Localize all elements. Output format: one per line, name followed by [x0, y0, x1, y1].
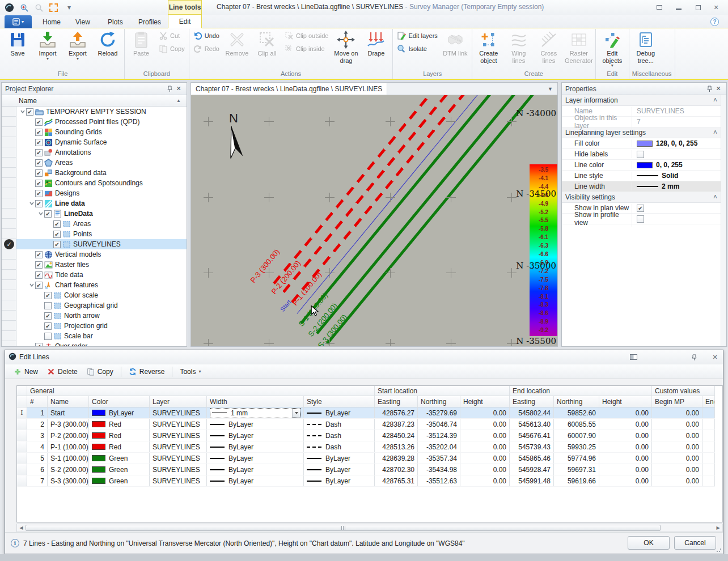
cell-color[interactable]: Red: [89, 419, 150, 430]
ribbon-button-save[interactable]: Save: [3, 29, 32, 67]
property-row-line-style[interactable]: Line styleSolid: [562, 171, 721, 181]
column-header-gutter[interactable]: [17, 396, 27, 407]
tree-item-dynamic-surface[interactable]: ✔Dynamic Surface: [16, 137, 187, 147]
tab-edit-active[interactable]: Edit: [168, 15, 202, 28]
checkbox[interactable]: ✔: [35, 190, 43, 197]
zoom-extents-icon[interactable]: [48, 2, 59, 12]
cell-value[interactable]: 0.00: [460, 407, 510, 418]
cell-value[interactable]: 0.00: [460, 419, 510, 430]
column-header-width[interactable]: Width: [207, 396, 304, 407]
ribbon-button-create-object[interactable]: Create object: [474, 29, 503, 67]
pin-icon[interactable]: [705, 85, 714, 93]
properties-section-lineplanning-layer-settings[interactable]: Lineplanning layer settings˄: [562, 128, 721, 138]
tree-item-background-data[interactable]: ✔Background data: [16, 168, 187, 178]
cell-value[interactable]: 0.00: [599, 441, 652, 452]
property-value[interactable]: ✔: [632, 205, 644, 212]
checkbox[interactable]: ✔: [53, 220, 61, 228]
help-icon[interactable]: ?: [710, 18, 719, 26]
cell-name[interactable]: P-2 (200.00): [48, 430, 89, 441]
tree-item-processed-point-files-qpd[interactable]: ✔Processed Point files (QPD): [16, 117, 187, 127]
checkbox[interactable]: ✔: [35, 261, 43, 269]
horizontal-scrollbar[interactable]: ◀ ▶: [16, 524, 723, 532]
cell-layer[interactable]: SURVEYLINES: [150, 464, 207, 475]
cell-layer[interactable]: SURVEYLINES: [150, 430, 207, 441]
ribbon-button-edit-objects[interactable]: Edit objects▾: [598, 29, 627, 69]
cancel-button[interactable]: Cancel: [674, 536, 716, 550]
column-header-style[interactable]: Style: [304, 396, 375, 407]
checkbox[interactable]: ✔: [35, 169, 43, 177]
cell-value[interactable]: -35124.39: [418, 430, 460, 441]
cell-style[interactable]: Dash: [304, 441, 375, 452]
ribbon-button-debug-tree[interactable]: Debug tree...: [631, 29, 661, 67]
checkbox[interactable]: ✔: [35, 159, 43, 167]
cell-value[interactable]: 0.00: [460, 441, 510, 452]
table-row[interactable]: 4P-1 (100.00)RedSURVEYLINESByLayerDash42…: [17, 441, 715, 453]
cell-value[interactable]: 0.00: [599, 475, 652, 486]
cell-value[interactable]: -35512.63: [418, 475, 460, 486]
table-row[interactable]: 7S-3 (300.00)GreenSURVEYLINESByLayerByLa…: [17, 475, 715, 487]
cell-value[interactable]: 428765.31: [375, 475, 418, 486]
cell-layer[interactable]: SURVEYLINES: [150, 419, 207, 430]
cell-style[interactable]: Dash: [304, 419, 375, 430]
close-icon[interactable]: ✕: [174, 85, 183, 93]
tree-item-north-arrow[interactable]: ✔North arrow: [16, 311, 187, 321]
tree-item-designs[interactable]: ✔Designs: [16, 188, 187, 198]
expander-icon[interactable]: [28, 200, 35, 207]
tree-item-areas[interactable]: ✔Areas: [16, 158, 187, 168]
pin-icon[interactable]: [165, 85, 174, 93]
close-icon[interactable]: ✕: [710, 353, 719, 361]
ribbon-button-drape[interactable]: Drape: [361, 29, 391, 67]
cell-width[interactable]: ByLayer: [207, 419, 304, 430]
cell-width[interactable]: 1 mm: [207, 407, 304, 418]
cell-value[interactable]: 0.00: [460, 475, 510, 486]
column-header-northing[interactable]: Northing: [554, 396, 599, 407]
checkbox[interactable]: ✔: [26, 108, 33, 116]
cell-color[interactable]: Green: [89, 453, 150, 464]
resize-grip[interactable]: [716, 547, 722, 552]
reverse-button[interactable]: Reverse: [125, 366, 169, 377]
cell-style[interactable]: Dash: [304, 430, 375, 441]
cell-value[interactable]: 59619.66: [554, 475, 599, 486]
ok-button[interactable]: OK: [628, 536, 670, 550]
ribbon-button-edit-layers[interactable]: Edit layers: [395, 29, 439, 42]
checkbox[interactable]: ✔: [35, 251, 43, 258]
fullscreen-button[interactable]: [653, 3, 666, 12]
property-row-fill-color[interactable]: Fill color128, 0, 0, 255: [562, 138, 721, 149]
tree-item-linedata[interactable]: ✔LineData: [16, 209, 187, 219]
cell-value[interactable]: -35357.34: [418, 453, 460, 464]
tab-plots[interactable]: Plots: [100, 16, 130, 28]
cell-value[interactable]: 0.00: [599, 407, 652, 418]
cell-value[interactable]: -35279.69: [418, 407, 460, 418]
scroll-left-icon[interactable]: ◀: [17, 524, 26, 532]
tree-item-annotations[interactable]: ✔Annotations: [16, 147, 187, 158]
cell-value[interactable]: 0.00: [652, 407, 702, 418]
tree-column-header[interactable]: Name ▲: [2, 95, 187, 107]
tree-item-tide-data[interactable]: ✔Tide data: [16, 270, 187, 280]
property-value[interactable]: 0, 0, 255: [632, 161, 683, 169]
cell-name[interactable]: Start: [48, 407, 89, 418]
property-value[interactable]: 2 mm: [632, 182, 679, 190]
row-header[interactable]: [17, 464, 27, 475]
cell-value[interactable]: 428702.30: [375, 464, 418, 475]
property-row-line-color[interactable]: Line color0, 0, 255: [562, 160, 721, 171]
cell-style[interactable]: ByLayer: [304, 453, 375, 464]
table-row[interactable]: 2P-3 (300.00)RedSURVEYLINESByLayerDash42…: [17, 419, 715, 430]
map-tab[interactable]: Chapter 07 - Brest wrecks \ LineData.qgf…: [191, 83, 387, 95]
property-row-hide-labels[interactable]: Hide labels: [562, 149, 721, 160]
checkbox[interactable]: ✔: [35, 200, 43, 207]
tree-item-projection-grid[interactable]: ✔Projection grid: [16, 321, 187, 331]
cell-value[interactable]: 545865.46: [510, 453, 554, 464]
column-header-end[interactable]: End: [702, 396, 715, 407]
row-header[interactable]: [17, 441, 27, 452]
checkbox[interactable]: ✔: [35, 118, 43, 126]
cell-layer[interactable]: SURVEYLINES: [150, 475, 207, 486]
property-row-objects-in-this-layer[interactable]: Objects in this layer7: [562, 117, 721, 128]
cell-value[interactable]: 428450.24: [375, 430, 418, 441]
checkbox[interactable]: ✔: [44, 312, 52, 320]
cell-value[interactable]: 428576.27: [375, 407, 418, 418]
ribbon-button-undo[interactable]: Undo: [191, 29, 222, 42]
cell-width[interactable]: ByLayer: [207, 430, 304, 441]
cell-value[interactable]: 0.00: [460, 464, 510, 475]
sort-ascending-icon[interactable]: ▲: [176, 98, 181, 103]
ribbon-button-export[interactable]: Export▾: [63, 29, 92, 67]
